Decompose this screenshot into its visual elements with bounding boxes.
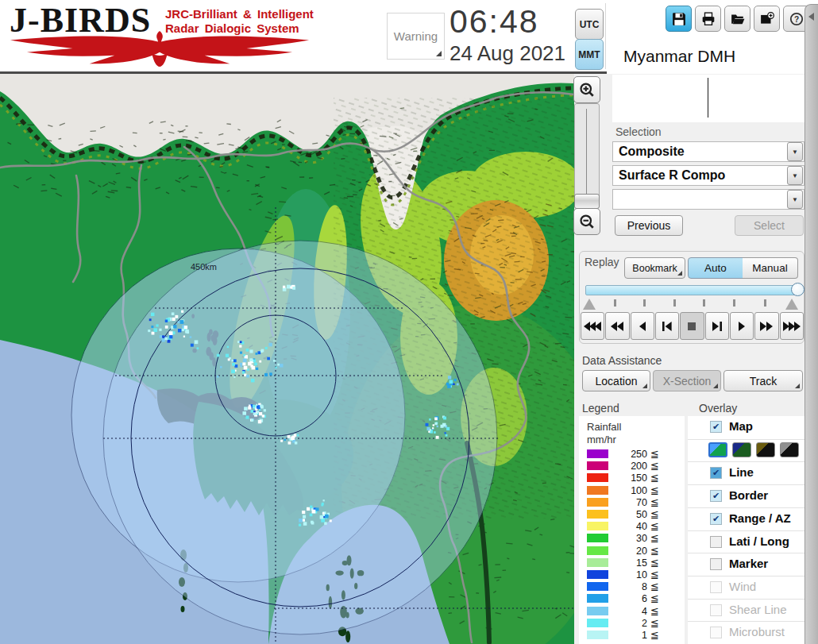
previous-button[interactable]: Previous: [615, 215, 683, 236]
manual-mode-button[interactable]: Manual: [743, 257, 798, 279]
product-value: Surface R Compo: [613, 168, 787, 183]
play-forward-button[interactable]: [730, 312, 754, 340]
overlay-row-marker: Marker: [688, 553, 804, 576]
step-forward-icon: [712, 320, 722, 333]
legend-value: 250: [614, 449, 647, 460]
zoom-slider-handle[interactable]: [574, 194, 600, 209]
radar-map[interactable]: 450km: [0, 74, 574, 644]
wind-label: Wind: [729, 580, 756, 593]
step-forward-button[interactable]: [705, 312, 729, 340]
save-button[interactable]: [666, 6, 692, 32]
map-checkbox[interactable]: ✔: [710, 421, 722, 433]
range-az-checkbox[interactable]: ✔: [710, 513, 722, 525]
bookmark-button-label: Bookmark: [632, 263, 677, 274]
microburst-checkbox: [710, 627, 722, 638]
legend-value: 30: [614, 533, 647, 544]
zoom-out-button[interactable]: [573, 208, 600, 235]
warning-button-label: Warning: [394, 29, 438, 43]
fast-rewind-2-button[interactable]: [605, 312, 629, 340]
app-logo-subtitle-1: JRC-Brilliant & Intelligent: [165, 7, 314, 21]
legend-row: 2≦: [579, 618, 685, 629]
legend-value: 200: [614, 461, 647, 472]
line-label: Line: [729, 465, 754, 479]
stop-button[interactable]: [680, 312, 704, 340]
eagle-logo-icon: [5, 30, 314, 68]
legend-operator: ≦: [650, 460, 659, 472]
panel-collapse-strip[interactable]: [804, 4, 818, 644]
replay-label: Replay: [585, 256, 619, 268]
replay-slider-handle[interactable]: [791, 283, 804, 296]
fast-forward-3-button[interactable]: [780, 312, 804, 340]
product-group-dropdown[interactable]: Composite ▼: [612, 141, 804, 162]
chevron-down-icon[interactable]: ▼: [787, 166, 803, 185]
legend-operator: ≦: [650, 508, 659, 520]
clock-time: 06:48: [450, 3, 539, 40]
line-checkbox[interactable]: ✔: [710, 467, 722, 479]
play-reverse-button[interactable]: [631, 312, 654, 340]
fast-rewind-3-button[interactable]: [581, 312, 604, 340]
select-button[interactable]: Select: [735, 215, 804, 236]
legend-row: 70≦: [579, 497, 685, 508]
legend-color-swatch: [587, 631, 608, 639]
data-assistance-label: Data Assistance: [582, 354, 662, 367]
replay-timeline-slider[interactable]: [585, 285, 798, 295]
chevron-down-icon[interactable]: ▼: [787, 142, 803, 161]
overlay-label: Overlay: [699, 402, 737, 415]
legend-value: 50: [614, 509, 647, 520]
range-ring-label: 450km: [191, 262, 217, 272]
auto-mode-button[interactable]: Auto: [688, 257, 743, 279]
radar-map-canvas[interactable]: 450km: [0, 74, 574, 644]
timeline-tick: [733, 299, 735, 307]
corner-menu-icon: [713, 384, 718, 388]
fast-forward-2-button[interactable]: [754, 312, 778, 340]
play-reverse-icon: [639, 320, 646, 333]
legend-operator: ≦: [650, 448, 659, 460]
product-dropdown[interactable]: Surface R Compo ▼: [612, 165, 804, 186]
lati-long-label: Lati / Long: [729, 534, 789, 548]
collapse-arrow-icon: [808, 13, 814, 21]
overlay-row-line: ✔Line: [688, 461, 804, 484]
rainfall-legend: Rainfall mm/hr 250≦200≦150≦100≦70≦50≦40≦…: [579, 416, 685, 644]
fast-forward-3-icon: [783, 320, 801, 333]
legend-color-swatch: [587, 522, 608, 530]
overlay-row-range-az: ✔Range / AZ: [688, 507, 804, 530]
lati-long-checkbox[interactable]: [710, 536, 722, 548]
microburst-label: Microburst: [729, 625, 785, 638]
replay-end-marker[interactable]: [785, 299, 798, 310]
terrain-gray-style-button[interactable]: [780, 442, 799, 457]
border-checkbox[interactable]: ✔: [710, 490, 722, 502]
location-button[interactable]: Location: [582, 370, 650, 391]
warning-button[interactable]: Warning: [387, 13, 445, 60]
legend-value: 100: [614, 485, 647, 496]
track-button-label: Track: [750, 375, 777, 388]
timezone-mmt-button[interactable]: MMT: [575, 39, 604, 70]
zoom-slider[interactable]: [574, 103, 600, 208]
track-button[interactable]: Track: [723, 370, 803, 391]
corner-menu-icon: [436, 51, 442, 56]
x-section-button[interactable]: X-Section: [653, 370, 721, 391]
zoom-out-icon: [579, 214, 595, 229]
legend-row: 20≦: [579, 546, 685, 557]
add-image-button[interactable]: [754, 6, 780, 32]
timezone-utc-button[interactable]: UTC: [575, 9, 604, 40]
toolbar: ?: [666, 6, 809, 32]
zoom-in-button[interactable]: [573, 76, 600, 103]
terrain-color-style-button[interactable]: [708, 442, 727, 457]
marker-checkbox[interactable]: [710, 558, 722, 570]
chevron-down-icon[interactable]: ▼: [787, 190, 803, 209]
replay-start-marker[interactable]: [583, 299, 596, 310]
bookmark-button[interactable]: Bookmark: [624, 257, 685, 279]
open-folder-button[interactable]: [724, 6, 750, 32]
step-backward-button[interactable]: [655, 312, 679, 340]
terrain-dark-style-button[interactable]: [732, 442, 751, 457]
x-section-button-label: X-Section: [663, 375, 712, 388]
product-option-dropdown[interactable]: ▼: [612, 189, 804, 210]
terrain-olive-style-button[interactable]: [756, 442, 775, 457]
legend-row: 15≦: [579, 557, 685, 569]
legend-operator: ≦: [650, 629, 659, 641]
legend-row: 40≦: [579, 521, 685, 532]
print-button[interactable]: [695, 6, 721, 32]
legend-color-swatch: [587, 619, 608, 627]
legend-row: 30≦: [579, 533, 685, 544]
legend-value: 70: [614, 497, 647, 508]
